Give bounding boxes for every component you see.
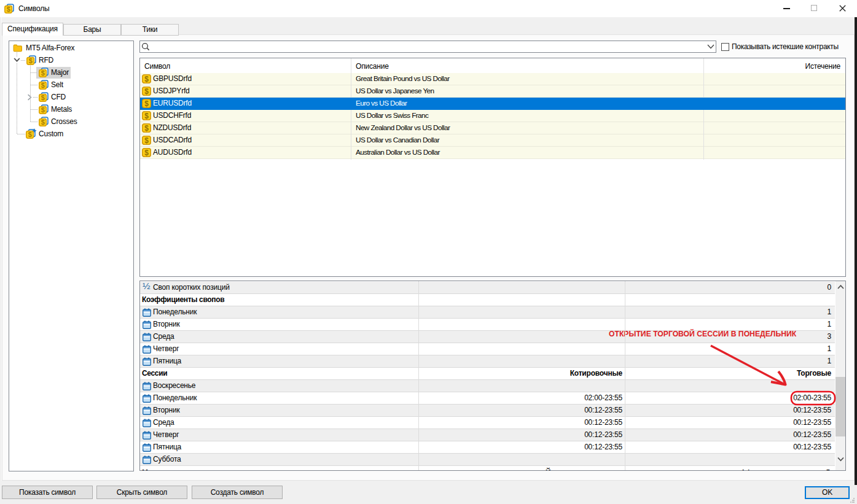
svg-text:$: $ xyxy=(144,136,149,145)
svg-text:$: $ xyxy=(41,106,45,114)
svg-text:$: $ xyxy=(41,69,45,77)
svg-text:$: $ xyxy=(41,118,45,126)
svg-text:$: $ xyxy=(144,112,149,120)
svg-text:$: $ xyxy=(144,149,149,157)
svg-text:$: $ xyxy=(29,57,33,64)
svg-text:$: $ xyxy=(41,94,45,101)
svg-text:$: $ xyxy=(144,99,149,108)
svg-text:$: $ xyxy=(41,82,45,89)
svg-text:$: $ xyxy=(28,131,32,138)
svg-text:$: $ xyxy=(144,124,149,133)
svg-text:$: $ xyxy=(144,75,149,83)
svg-text:$: $ xyxy=(144,87,149,96)
svg-text:$: $ xyxy=(7,6,10,13)
